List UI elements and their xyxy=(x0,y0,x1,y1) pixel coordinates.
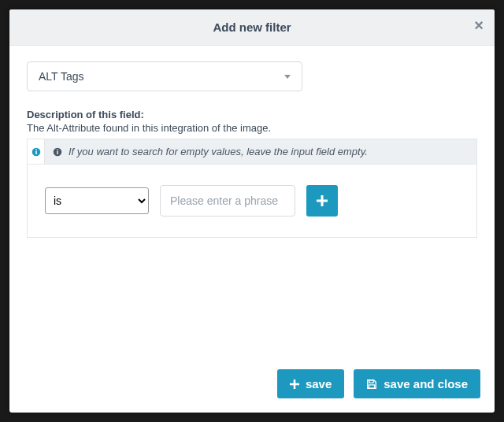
svg-rect-1 xyxy=(35,150,37,154)
svg-rect-4 xyxy=(57,150,58,154)
hint-body: If you want to search for empty values, … xyxy=(44,139,477,165)
svg-rect-10 xyxy=(369,379,373,383)
plus-icon xyxy=(290,379,299,389)
modal-footer: save save and close xyxy=(9,360,495,413)
modal-body: ALT Tags Description of this field: The … xyxy=(9,46,495,360)
operator-select[interactable]: is xyxy=(45,187,149,214)
modal-title: Add new filter xyxy=(213,20,291,34)
description-text: The Alt-Attribute found in this integrat… xyxy=(27,122,477,134)
save-label: save xyxy=(306,377,332,391)
hint-text: If you want to search for empty values, … xyxy=(69,146,368,157)
info-icon xyxy=(32,147,41,157)
close-icon: × xyxy=(474,17,484,34)
save-button[interactable]: save xyxy=(277,369,344,398)
info-icon xyxy=(53,147,62,157)
svg-rect-5 xyxy=(57,149,58,150)
save-and-close-button[interactable]: save and close xyxy=(354,369,480,398)
plus-icon xyxy=(317,195,328,206)
phrase-input[interactable] xyxy=(160,185,295,217)
svg-rect-7 xyxy=(317,200,328,202)
add-filter-modal: Add new filter × ALT Tags Description of… xyxy=(9,9,495,413)
condition-row: is xyxy=(27,165,477,238)
description-label: Description of this field: xyxy=(27,109,477,120)
svg-rect-2 xyxy=(35,149,37,150)
hint-strip: If you want to search for empty values, … xyxy=(27,139,477,165)
chevron-down-icon xyxy=(284,75,291,79)
dropdown-selected-label: ALT Tags xyxy=(39,70,84,83)
modal-header: Add new filter × xyxy=(9,9,495,46)
hint-badge xyxy=(27,139,44,165)
add-condition-button[interactable] xyxy=(306,185,338,217)
close-button[interactable]: × xyxy=(474,17,484,33)
svg-rect-9 xyxy=(290,383,299,385)
save-icon xyxy=(366,379,377,390)
save-close-label: save and close xyxy=(384,377,468,391)
filter-field-dropdown[interactable]: ALT Tags xyxy=(27,61,302,91)
